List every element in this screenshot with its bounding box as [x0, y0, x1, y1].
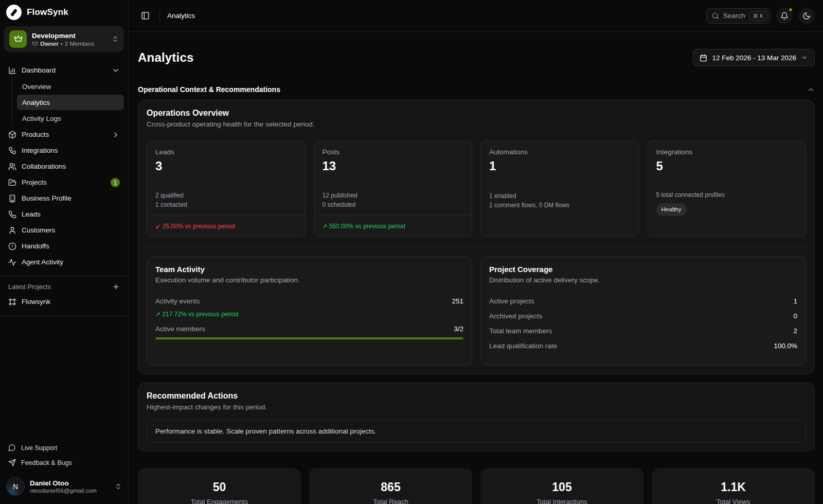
stat-label: Leads — [155, 148, 297, 156]
sidebar-item-leads[interactable]: Leads — [4, 206, 124, 222]
recommended-actions-panel: Recommended Actions Highest-impact chang… — [138, 383, 815, 452]
sidebar-item-label: Products — [22, 131, 49, 138]
summary-value: 105 — [552, 480, 571, 494]
project-item-flowsynk[interactable]: Flowsynk — [4, 294, 124, 310]
activity-icon — [8, 258, 16, 266]
sidebar-item-integrations[interactable]: Integrations — [4, 142, 124, 158]
stat-trend: ↙ 25.00% vs previous period — [147, 215, 305, 237]
active-members-value: 3/2 — [454, 325, 463, 333]
stat-line: 0 scheduled — [323, 201, 464, 209]
send-icon — [8, 459, 16, 466]
active-members-label: Active members — [155, 325, 205, 333]
sidebar-item-activity-logs[interactable]: Activity Logs — [17, 111, 124, 126]
chevron-up-icon[interactable] — [807, 86, 815, 94]
chevron-down-icon — [112, 66, 120, 75]
sidebar-item-overview[interactable]: Overview — [17, 79, 124, 94]
stat-line: 12 published — [323, 191, 464, 200]
workspace-meta: Owner • 2 Members — [32, 41, 106, 47]
active-members-progress — [155, 337, 463, 339]
project-coverage-title: Project Coverage — [489, 265, 797, 274]
panel-divider — [147, 246, 806, 247]
trend-text: 550.00% vs previous period — [329, 223, 405, 230]
brand-header: FlowSynk — [0, 0, 128, 22]
chevron-right-icon — [112, 131, 120, 139]
stat-label: Automations — [489, 148, 631, 156]
activity-events-value: 251 — [452, 297, 463, 305]
stat-value: 3 — [155, 159, 297, 173]
sidebar-item-handoffs[interactable]: Handoffs — [4, 238, 124, 254]
add-project-button[interactable] — [112, 283, 120, 291]
project-coverage-card: Project Coverage Distribution of active … — [480, 256, 806, 366]
stat-line: 1 contacted — [155, 201, 297, 209]
coverage-row-label: Lead qualification rate — [489, 342, 557, 350]
ops-section-header[interactable]: Operational Context & Recommendations — [138, 85, 815, 94]
recommended-actions-title: Recommended Actions — [147, 391, 806, 401]
operations-overview-panel: Operations Overview Cross-product operat… — [138, 100, 815, 374]
flowsynk-logo-icon — [6, 5, 22, 20]
stat-card-automations: Automations 1 1 enabled 1 comment flows,… — [480, 140, 639, 237]
stat-card-posts: Posts 13 12 published 0 scheduled ↗ 550.… — [314, 140, 473, 237]
summary-label: Total Interactions — [536, 498, 587, 504]
active-members-progress-fill — [155, 337, 463, 339]
workspace-name: Development — [32, 32, 106, 40]
notifications-button[interactable] — [776, 8, 793, 24]
date-range-value: 12 Feb 2026 - 13 Mar 2026 — [712, 54, 796, 62]
summary-card-views: 1.1K Total Views — [652, 468, 815, 504]
team-activity-subtitle: Execution volume and contributor partici… — [155, 276, 463, 284]
recommendation-item: Performance is stable. Scale proven patt… — [147, 420, 806, 443]
sidebar: FlowSynk Development Owner • 2 Members D… — [0, 0, 129, 504]
ops-section-title: Operational Context & Recommendations — [138, 85, 280, 94]
sidebar-item-agent-activity[interactable]: Agent Activity — [4, 254, 124, 270]
live-support-button[interactable]: Live Support — [4, 440, 124, 455]
main-area: Analytics Search ⌘ K Analytics 12 Feb 20… — [129, 0, 823, 504]
date-range-picker[interactable]: 12 Feb 2026 - 13 Mar 2026 — [693, 49, 815, 66]
stat-line: 2 qualified — [155, 191, 297, 200]
sidebar-item-analytics[interactable]: Analytics — [17, 95, 124, 110]
stat-trend: ↗ 550.00% vs previous period — [314, 215, 472, 237]
summary-stats-grid: 50 Total Engagements 865 Total Reach 105… — [138, 468, 815, 504]
stat-line: 5 total connected profiles — [656, 191, 798, 200]
stat-value: 1 — [489, 159, 631, 173]
summary-label: Total Views — [717, 498, 750, 504]
live-support-label: Live Support — [21, 444, 57, 452]
theme-toggle-button[interactable] — [798, 8, 815, 24]
project-item-label: Flowsynk — [22, 298, 50, 305]
user-menu[interactable]: N Daniel Otoo otoodaniel56@gmail.com — [0, 472, 128, 504]
workspace-switcher[interactable]: Development Owner • 2 Members — [4, 26, 124, 52]
stats-grid: Leads 3 2 qualified 1 contacted ↙ 25.00%… — [147, 140, 806, 237]
topbar: Analytics Search ⌘ K — [129, 0, 823, 32]
user-email: otoodaniel56@gmail.com — [30, 488, 110, 494]
workspace-members: 2 Members — [65, 41, 95, 47]
workspace-role: Owner — [40, 41, 59, 47]
sidebar-item-label: Business Profile — [22, 194, 71, 202]
feedback-bugs-label: Feedback & Bugs — [21, 459, 72, 466]
coverage-row-label: Total team members — [489, 327, 552, 335]
projects-count-badge: 1 — [111, 178, 120, 187]
operations-overview-subtitle: Cross-product operating health for the s… — [147, 120, 806, 128]
search-button[interactable]: Search ⌘ K — [706, 8, 771, 24]
trend-text: 217.72% vs previous period — [162, 311, 238, 318]
brand-name: FlowSynk — [27, 7, 68, 17]
sidebar-item-business-profile[interactable]: Business Profile — [4, 190, 124, 206]
sidebar-item-label: Dashboard — [22, 66, 56, 74]
phone-icon — [8, 210, 16, 219]
sidebar-item-collaborations[interactable]: Collaborations — [4, 158, 124, 174]
stat-value: 13 — [323, 159, 464, 173]
user-name: Daniel Otoo — [30, 479, 110, 487]
operations-overview-title: Operations Overview — [147, 109, 806, 118]
workflow-icon — [8, 147, 16, 155]
sidebar-item-label: Agent Activity — [22, 258, 63, 266]
sidebar-item-label: Projects — [22, 178, 47, 186]
breadcrumb: Analytics — [167, 12, 195, 20]
folder-open-icon — [8, 178, 16, 187]
sidebar-item-customers[interactable]: Customers — [4, 222, 124, 238]
sidebar-item-projects[interactable]: Projects 1 — [4, 174, 124, 190]
summary-label: Total Reach — [373, 498, 408, 504]
sidebar-item-products[interactable]: Products — [4, 127, 124, 142]
sidebar-item-dashboard[interactable]: Dashboard — [4, 62, 124, 78]
sidebar-toggle-button[interactable] — [138, 9, 152, 23]
feedback-bugs-button[interactable]: Feedback & Bugs — [4, 455, 124, 470]
healthy-status-badge: Healthy — [656, 203, 687, 216]
chevron-down-icon — [801, 54, 808, 61]
team-activity-title: Team Activity — [155, 265, 463, 274]
